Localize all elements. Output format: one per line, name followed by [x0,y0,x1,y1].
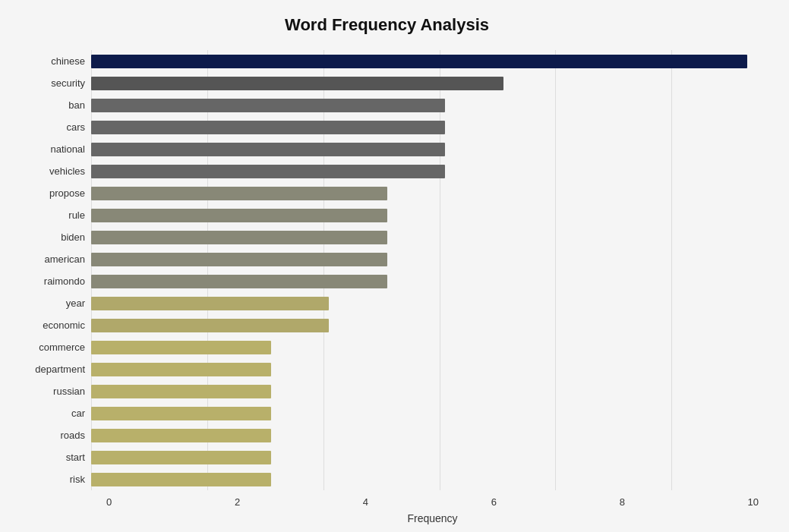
bar [91,187,387,200]
bar-row [91,141,759,158]
bar [91,429,271,442]
bar [91,473,271,486]
y-axis-label: vehicles [49,166,85,176]
bar [91,143,445,156]
bar [91,275,387,288]
y-axis-label: roads [60,430,85,440]
bar-row [91,53,759,70]
bar-row [91,119,759,136]
gridline [555,50,556,490]
y-axis-label: cars [66,122,85,132]
bar [91,165,445,178]
bar [91,231,387,244]
x-tick-label: 0 [106,496,112,508]
y-axis-label: biden [61,232,85,242]
bar-row [91,427,759,444]
bar [91,363,271,376]
x-axis-area: 0246810 Frequency [106,496,759,524]
bar-row [91,471,759,488]
gridline [440,50,440,490]
bar-row [91,317,759,334]
y-axis-label: year [66,298,85,308]
plot-area [91,50,759,490]
y-axis-label: raimondo [44,276,85,286]
bar-row [91,251,759,268]
y-axis-label: american [45,254,85,264]
gridline [323,50,324,490]
bar [91,451,271,464]
bar [91,99,445,112]
bar-row [91,75,759,92]
y-axis-label: ban [68,100,85,110]
x-tick-label: 6 [491,496,497,508]
x-tick-label: 2 [235,496,240,508]
bar [91,121,445,134]
y-axis-label: car [71,408,85,418]
x-tick-label: 10 [748,496,759,508]
y-axis-label: start [66,452,85,462]
bar-row [91,163,759,180]
bar-row [91,273,759,290]
x-tick-label: 8 [620,496,625,508]
y-axis: chinesesecuritybancarsnationalvehiclespr… [15,50,91,490]
bar-row [91,295,759,312]
x-axis-label: Frequency [106,512,759,524]
bar-row [91,361,759,378]
y-axis-label: risk [70,474,85,484]
y-axis-label: national [50,144,85,154]
y-axis-label: chinese [51,56,85,66]
bar-row [91,185,759,202]
bar [91,319,329,332]
bar-row [91,97,759,114]
bar-row [91,449,759,466]
gridline [207,50,208,490]
gridline [91,50,92,490]
chart-area: chinesesecuritybancarsnationalvehiclespr… [15,50,759,490]
grid-lines [91,50,759,490]
bar-row [91,207,759,224]
y-axis-label: rule [68,210,85,220]
bar [91,297,329,310]
bar [91,385,271,398]
chart-container: Word Frequency Analysis chinesesecurityb… [0,0,789,532]
y-axis-label: economic [43,320,85,330]
bar [91,55,747,68]
bar [91,253,387,266]
y-axis-label: department [35,364,85,374]
bar [91,77,503,90]
gridline [671,50,672,490]
bar [91,407,271,420]
bar [91,209,387,222]
bar [91,341,271,354]
bar-row [91,383,759,400]
bar-row [91,339,759,356]
y-axis-label: security [51,78,85,88]
y-axis-label: russian [53,386,85,396]
chart-title: Word Frequency Analysis [15,15,759,35]
bar-row [91,405,759,422]
y-axis-label: propose [49,188,85,198]
y-axis-label: commerce [39,342,85,352]
x-tick-label: 4 [363,496,368,508]
bar-row [91,229,759,246]
